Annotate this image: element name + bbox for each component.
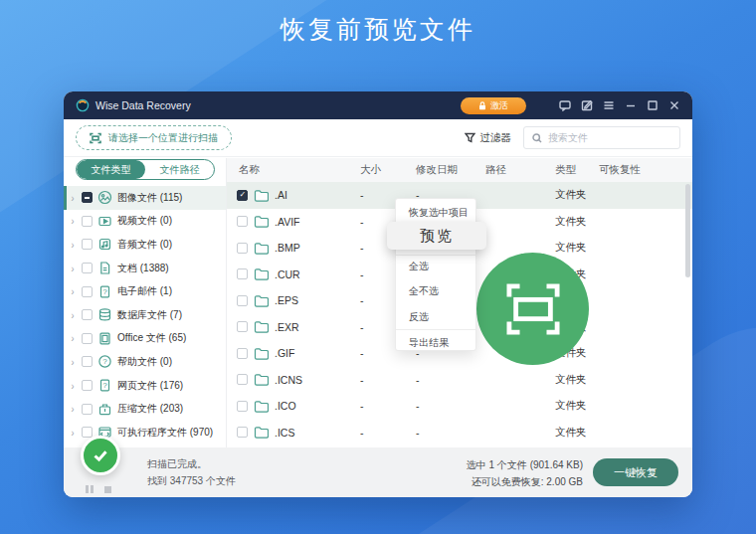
minimize-icon[interactable] [624,99,637,112]
file-size: - [360,400,416,412]
chevron-right-icon[interactable]: › [69,332,77,344]
activate-button[interactable]: 激活 [461,97,526,114]
sidebar-item-webpages[interactable]: › ? 网页文件 (176) [64,374,226,398]
chevron-right-icon[interactable]: › [69,403,77,415]
menu-item-preview[interactable]: 预览 [387,222,486,250]
tab-file-path[interactable]: 文件路径 [145,160,214,179]
table-row[interactable]: .ICS - - 文件夹 [227,420,692,446]
table-row[interactable]: .ICNS - - 文件夹 [227,367,692,394]
edit-icon[interactable] [580,99,593,112]
context-menu: 恢复选中项目 预览 全选 全不选 反选 导出结果 [395,198,476,351]
funnel-icon [465,132,475,143]
sidebar-item-audio[interactable]: › 音频文件 (0) [64,233,226,257]
chevron-right-icon[interactable]: › [69,215,77,227]
table-scrollbar[interactable] [685,184,690,277]
menu-separator [396,255,475,256]
chevron-right-icon[interactable]: › [69,239,77,251]
checkbox[interactable] [82,404,93,415]
chevron-right-icon[interactable]: › [69,427,77,439]
sidebar-item-label: 可执行程序文件 (970) [117,426,213,440]
chevron-right-icon[interactable]: › [69,356,77,368]
window-titlebar: Wise Data Recovery 激活 [64,91,692,119]
sidebar-item-label: 图像文件 (115) [117,191,182,205]
column-header-size[interactable]: 大小 [360,163,416,177]
file-type: 文件夹 [555,399,599,413]
menu-item-select-all[interactable]: 全选 [409,260,429,273]
file-type: 文件夹 [555,188,599,202]
file-name: .EPS [275,294,298,306]
activate-label: 激活 [490,99,508,112]
chevron-right-icon[interactable]: › [69,380,77,392]
chevron-right-icon[interactable]: › [69,263,77,274]
menu-item-recover-selected[interactable]: 恢复选中项目 [409,206,469,220]
checkbox[interactable] [82,380,93,391]
menu-item-deselect-all[interactable]: 全不选 [409,284,439,298]
tab-file-type[interactable]: 文件类型 [77,160,145,179]
search-icon [532,133,542,143]
checkbox[interactable] [237,268,248,279]
file-type: 文件夹 [555,215,599,229]
file-name: .ICNS [275,374,302,386]
column-header-modified[interactable]: 修改日期 [416,163,485,177]
preview-scan-icon [504,282,562,336]
sidebar-item-documents[interactable]: › 文档 (1388) [64,257,226,280]
image-icon [97,190,112,205]
menu-icon[interactable] [602,99,615,112]
sidebar-item-archives[interactable]: › 压缩文件 (203) [64,397,226,421]
scan-complete-icon [81,436,120,475]
chevron-right-icon[interactable]: › [69,309,77,321]
checkbox[interactable] [82,309,93,320]
sidebar-item-videos[interactable]: › 视频文件 (0) [64,210,226,234]
file-size: - [360,427,416,439]
recover-button[interactable]: 一键恢复 [593,458,678,486]
pause-button[interactable] [86,485,94,493]
table-row[interactable]: .ICO - - 文件夹 [227,393,692,420]
checkbox[interactable] [237,374,248,385]
sidebar-item-database[interactable]: › 数据库文件 (7) [64,303,226,327]
scan-status-text: 扫描已完成。 [147,455,236,472]
sidebar-item-email[interactable]: › ? 电子邮件 (1) [64,279,226,303]
checkbox[interactable] [237,401,248,412]
filter-button[interactable]: 过滤器 [465,131,512,145]
menu-item-invert-selection[interactable]: 反选 [409,310,429,324]
search-input[interactable] [548,132,671,143]
maximize-icon[interactable] [646,99,659,112]
menu-item-export-results[interactable]: 导出结果 [409,336,449,350]
file-name: .AI [275,189,287,201]
checkbox[interactable] [82,356,93,367]
checkbox[interactable] [82,263,93,273]
sidebar-item-office[interactable]: › Office 文件 (65) [64,327,226,351]
checkbox[interactable] [82,192,93,203]
svg-text:?: ? [102,381,107,390]
sidebar-item-images[interactable]: › 图像文件 (115) [64,186,226,210]
chevron-right-icon[interactable]: › [69,285,77,297]
checkbox[interactable] [237,348,248,359]
search-box[interactable] [523,126,680,149]
column-header-path[interactable]: 路径 [485,163,555,177]
checkbox[interactable] [82,216,93,227]
file-modified: - [416,374,485,386]
column-header-type[interactable]: 类型 [555,163,599,177]
stop-button[interactable] [104,486,111,493]
column-header-name[interactable]: 名称 [227,163,360,177]
checkbox[interactable] [237,190,248,201]
sidebar-item-help[interactable]: › ? 帮助文件 (0) [64,350,226,374]
checkbox[interactable] [237,216,248,227]
checkbox[interactable] [237,243,248,254]
checkbox[interactable] [82,427,93,438]
checkbox[interactable] [237,321,248,332]
main-content: 文件类型 文件路径 › 图像文件 (115) › 视频文件 (0) › [64,158,692,447]
feedback-icon[interactable] [558,99,571,112]
preview-badge [476,253,589,365]
checkbox[interactable] [82,333,93,344]
select-location-button[interactable]: 请选择一个位置进行扫描 [76,125,232,150]
checkbox[interactable] [82,239,93,250]
checkbox[interactable] [237,427,248,438]
sidebar-item-label: 电子邮件 (1) [117,284,172,298]
checkbox[interactable] [237,295,248,306]
column-header-recoverability[interactable]: 可恢复性 [599,163,692,177]
checkbox[interactable] [82,286,93,297]
chevron-right-icon[interactable]: › [69,192,77,204]
close-icon[interactable] [667,99,680,112]
free-quota-text: 还可以免费恢复: 2.00 GB [467,473,583,490]
